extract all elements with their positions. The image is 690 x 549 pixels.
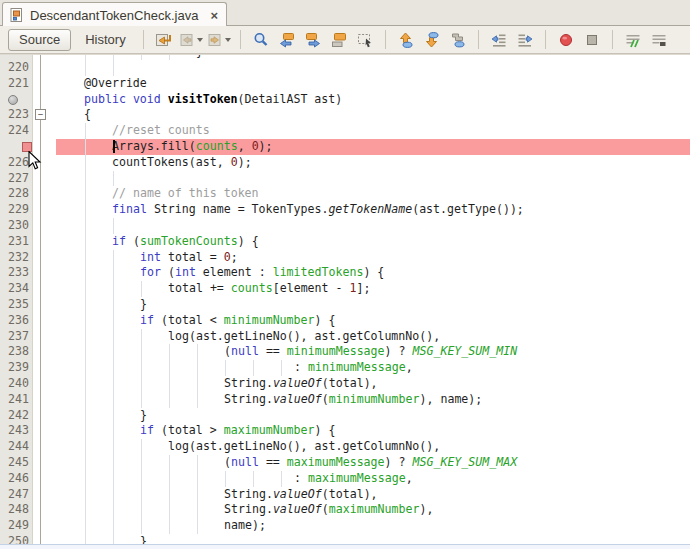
code-token: void	[133, 92, 161, 106]
find-previous-occurrence-icon[interactable]	[275, 28, 299, 52]
find-selection-icon[interactable]	[249, 28, 273, 52]
gutter-line-245[interactable]: 245	[0, 455, 32, 471]
gutter-line-241[interactable]: 241	[0, 392, 32, 408]
comment-icon[interactable]	[621, 28, 645, 52]
gutter-line-243[interactable]: 243	[0, 423, 32, 439]
tab-descendanttokencheck[interactable]: DescendantTokenCheck.java ×	[2, 2, 227, 27]
gutter-line-248[interactable]: 248	[0, 502, 32, 518]
gutter-line-228[interactable]: 228	[0, 186, 32, 202]
code-line-226[interactable]: countTokens(ast, 0);	[56, 155, 690, 171]
toggle-rectangular-selection-icon[interactable]	[353, 28, 377, 52]
java-file-icon	[9, 7, 24, 23]
collapse-fold-icon[interactable]: −	[35, 109, 46, 120]
uncomment-icon[interactable]	[647, 28, 671, 52]
code-token: element :	[196, 265, 273, 279]
code-folding-margin[interactable]: −	[34, 55, 56, 549]
gutter-line-229[interactable]: 229	[0, 202, 32, 218]
fold-cell-247	[34, 487, 56, 503]
toggle-highlight-search-icon[interactable]	[327, 28, 351, 52]
code-line-224[interactable]: //reset counts	[56, 123, 690, 139]
gutter-line-238[interactable]: 238	[0, 344, 32, 360]
source-button[interactable]: Source	[8, 29, 71, 51]
code-editor[interactable]: 2192202212232242262272282292302312322332…	[0, 54, 690, 549]
code-line-243[interactable]: if (total > maximumNumber) {	[56, 423, 690, 439]
code-line-220[interactable]	[56, 60, 690, 76]
gutter-line-223[interactable]: 223	[0, 107, 32, 123]
line-number-gutter[interactable]: 2192202212232242262272282292302312322332…	[0, 55, 33, 549]
shift-line-left-icon[interactable]	[487, 28, 511, 52]
indent-guides	[58, 487, 224, 503]
gutter-line-244[interactable]: 244	[0, 439, 32, 455]
gutter-line-222[interactable]	[0, 92, 32, 108]
jump-to-last-edit-icon[interactable]	[152, 28, 176, 52]
code-token: ==	[259, 455, 287, 469]
indent-guides	[58, 471, 294, 487]
gutter-line-237[interactable]: 237	[0, 329, 32, 345]
gutter-line-220[interactable]: 220	[0, 60, 32, 76]
code-line-246[interactable]: : maximumMessage,	[56, 471, 690, 487]
override-annotation-icon[interactable]	[8, 95, 18, 105]
code-line-229[interactable]: final String name = TokenTypes.getTokenN…	[56, 202, 690, 218]
previous-bookmark-icon[interactable]	[394, 28, 418, 52]
code-line-235[interactable]: }	[56, 297, 690, 313]
shift-line-right-icon[interactable]	[513, 28, 537, 52]
code-line-223[interactable]: {	[56, 107, 690, 123]
gutter-line-236[interactable]: 236	[0, 313, 32, 329]
gutter-line-230[interactable]: 230	[0, 218, 32, 234]
code-line-239[interactable]: : minimumMessage,	[56, 360, 690, 376]
indent-guides	[58, 392, 224, 408]
code-line-233[interactable]: for (int element : limitedTokens) {	[56, 265, 690, 281]
gutter-line-249[interactable]: 249	[0, 518, 32, 534]
gutter-line-231[interactable]: 231	[0, 234, 32, 250]
tab-close-icon[interactable]: ×	[210, 8, 218, 23]
code-line-232[interactable]: int total = 0;	[56, 250, 690, 266]
code-line-245[interactable]: (null == maximumMessage) ? MSG_KEY_SUM_M…	[56, 455, 690, 471]
code-line-238[interactable]: (null == minimumMessage) ? MSG_KEY_SUM_M…	[56, 344, 690, 360]
code-line-242[interactable]: }	[56, 408, 690, 424]
start-macro-recording-icon[interactable]	[554, 28, 578, 52]
toggle-bookmark-icon[interactable]	[446, 28, 470, 52]
next-bookmark-icon[interactable]	[420, 28, 444, 52]
code-line-241[interactable]: String.valueOf(minimumNumber), name);	[56, 392, 690, 408]
history-button[interactable]: History	[75, 29, 135, 51]
code-line-230[interactable]	[56, 218, 690, 234]
gutter-line-246[interactable]: 246	[0, 471, 32, 487]
horizontal-scrollbar[interactable]	[0, 544, 690, 549]
code-area[interactable]: }@Overridepublic void visitToken(DetailA…	[56, 55, 690, 549]
code-line-228[interactable]: // name of this token	[56, 186, 690, 202]
navigate-forward-button[interactable]	[207, 32, 231, 48]
gutter-line-234[interactable]: 234	[0, 281, 32, 297]
code-line-240[interactable]: String.valueOf(total),	[56, 376, 690, 392]
code-line-249[interactable]: name);	[56, 518, 690, 534]
gutter-line-233[interactable]: 233	[0, 265, 32, 281]
forward-dropdown-icon[interactable]	[225, 38, 231, 42]
stop-macro-recording-icon[interactable]	[580, 28, 604, 52]
navigate-back-button[interactable]	[179, 32, 203, 48]
code-line-237[interactable]: log(ast.getLineNo(), ast.getColumnNo(),	[56, 329, 690, 345]
gutter-line-224[interactable]: 224	[0, 123, 32, 139]
gutter-line-240[interactable]: 240	[0, 376, 32, 392]
code-token: ) {	[315, 313, 336, 327]
gutter-line-232[interactable]: 232	[0, 250, 32, 266]
code-line-221[interactable]: @Override	[56, 76, 690, 92]
indent-guides	[58, 186, 112, 202]
indent-guides	[58, 313, 140, 329]
code-line-231[interactable]: if (sumTokenCounts) {	[56, 234, 690, 250]
gutter-line-247[interactable]: 247	[0, 487, 32, 503]
indent-guides	[58, 218, 119, 234]
code-line-227[interactable]	[56, 171, 690, 187]
find-next-occurrence-icon[interactable]	[301, 28, 325, 52]
code-line-247[interactable]: String.valueOf(total),	[56, 487, 690, 503]
code-line-234[interactable]: total += counts[element - 1];	[56, 281, 690, 297]
gutter-line-221[interactable]: 221	[0, 76, 32, 92]
gutter-line-242[interactable]: 242	[0, 408, 32, 424]
code-line-248[interactable]: String.valueOf(maximumNumber),	[56, 502, 690, 518]
code-line-222[interactable]: public void visitToken(DetailAST ast)	[56, 92, 690, 108]
back-dropdown-icon[interactable]	[197, 38, 203, 42]
gutter-line-239[interactable]: 239	[0, 360, 32, 376]
code-line-225[interactable]: Arrays.fill(counts, 0);	[56, 139, 690, 155]
fold-cell-241	[34, 392, 56, 408]
code-line-236[interactable]: if (total < minimumNumber) {	[56, 313, 690, 329]
gutter-line-235[interactable]: 235	[0, 297, 32, 313]
code-line-244[interactable]: log(ast.getLineNo(), ast.getColumnNo(),	[56, 439, 690, 455]
